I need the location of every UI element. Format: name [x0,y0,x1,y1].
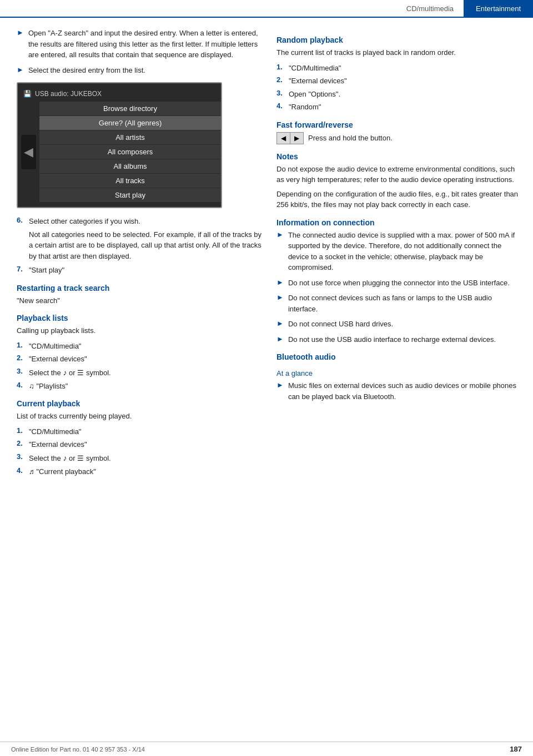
random-playback-heading: Random playback [276,36,521,44]
screen-menu-item-5[interactable]: All tracks [39,174,221,188]
ff-text: Press and hold the button. [308,134,393,142]
info-bullet-arrow-3: ► [276,293,284,301]
pl-step-3-num: 3. [17,367,29,375]
screen-title-text: USB audio: JUKEBOX [35,90,102,98]
screen-menu-item-3[interactable]: All composers [39,145,221,159]
cp-step-3-text: Select the ♪ or ☰ symbol. [29,452,111,464]
playlist-icon: ☰ [77,369,84,377]
rp-step-1: 1. "CD/Multimedia" [276,63,521,74]
header-entertainment-label: Entertainment [464,0,533,17]
bluetooth-heading: Bluetooth audio [276,352,521,361]
pl-step-4: 4. ♫ "Playlists" [17,381,262,392]
rp-step-4-num: 4. [276,102,289,110]
info-bullet-arrow-1: ► [276,230,284,239]
current-playback-icon: ♬ [29,467,34,476]
pl-step-2: 2. "External devices" [17,354,262,365]
screen-menu: Browse directoryGenre? (All genres)All a… [39,101,221,203]
cp-step-1: 1. "CD/Multimedia" [17,426,262,437]
step-7-num: 7. [17,265,29,273]
pl-step-2-text: "External devices" [29,354,87,365]
info-bullet-text-3: Do not connect devices such as fans or l… [288,293,521,314]
info-bullet-text-4: Do not connect USB hard drives. [288,319,393,330]
pl-step-4-num: 4. [17,381,29,389]
info-bullet-5: ► Do not use the USB audio interface to … [276,334,521,345]
step-6-para: Not all categories need to be selected. … [29,229,262,262]
notes-text-1: Do not expose the audio device to extrem… [276,164,521,185]
current-playback-heading: Current playback [17,399,262,408]
info-bullet-text-1: The connected audio device is supplied w… [288,230,521,273]
pl-step-1-text: "CD/Multimedia" [29,341,81,352]
footer-online-text: Online Edition for Part no. 01 40 2 957 … [11,746,145,753]
rp-step-3: 3. Open "Options". [276,89,521,100]
screen-menu-item-0[interactable]: Browse directory [39,102,221,115]
footer-page-number: 187 [510,745,522,753]
cp-step-2: 2. "External devices" [17,439,262,450]
fast-forward-button[interactable]: ▶ [290,133,303,144]
info-bullet-3: ► Do not connect devices such as fans or… [276,293,521,314]
screen-menu-item-6[interactable]: Start play [39,188,221,202]
bullet-arrow-1: ► [17,28,24,37]
screen-menu-item-1[interactable]: Genre? (All genres) [39,116,221,130]
screen-menu-item-4[interactable]: All albums [39,159,221,173]
page-footer: Online Edition for Part no. 01 40 2 957 … [0,742,533,756]
info-connection-heading: Information on connection [276,218,521,227]
bluetooth-text: Music files on external devices such as … [288,380,521,402]
main-content: ► Open "A-Z search" and input the desire… [0,18,533,481]
restarting-heading: Restarting a track search [17,284,262,293]
step-7: 7. "Start play" [17,265,262,276]
screen-menu-item-2[interactable]: All artists [39,130,221,144]
rp-step-2: 2. "External devices" [276,75,521,87]
screen-title-bar: 💾 USB audio: JUKEBOX [18,88,221,101]
bullet-item-1: ► Open "A-Z search" and input the desire… [17,28,262,61]
playlist-step4-icon: ♫ [29,382,34,390]
screen-mockup: 💾 USB audio: JUKEBOX ◀ Browse directoryG… [17,82,222,208]
rp-step-1-num: 1. [276,63,289,71]
pl-step-4-text: ♫ "Playlists" [29,381,68,392]
music-note-icon: ♪ [63,368,67,377]
rp-step-2-text: "External devices" [289,75,347,87]
pl-step-1-num: 1. [17,341,29,349]
usb-icon: 💾 [23,90,32,98]
cp-step-2-num: 2. [17,439,29,447]
bullet-item-2: ► Select the desired entry from the list… [17,65,262,76]
cp-step-4-num: 4. [17,466,29,475]
rp-step-3-num: 3. [276,89,289,97]
ff-buttons[interactable]: ◀ ▶ [276,132,304,144]
info-bullet-arrow-5: ► [276,335,284,343]
left-column: ► Open "A-Z search" and input the desire… [0,28,272,481]
current-playback-steps: 1. "CD/Multimedia" 2. "External devices"… [17,426,262,477]
rp-step-2-num: 2. [276,75,289,84]
ff-section: ◀ ▶ Press and hold the button. [276,132,521,144]
random-playback-steps: 1. "CD/Multimedia" 2. "External devices"… [276,63,521,113]
rp-step-4-text: "Random" [289,102,321,113]
playlist-icon-2: ☰ [77,454,84,462]
rewind-button[interactable]: ◀ [277,133,290,144]
restarting-text: "New search" [17,295,262,306]
pl-step-1: 1. "CD/Multimedia" [17,341,262,352]
ff-heading: Fast forward/reverse [276,120,521,129]
right-column: Random playback The current list of trac… [272,28,533,481]
info-bullet-text-5: Do not use the USB audio interface to re… [288,334,496,345]
info-bullet-4: ► Do not connect USB hard drives. [276,319,521,330]
cp-step-2-text: "External devices" [29,439,87,450]
step-6-text: Select other categories if you wish. [29,216,140,227]
bullet-arrow-2: ► [17,65,24,74]
at-glance-heading: At a glance [276,369,521,377]
bluetooth-arrow: ► [276,381,284,389]
cp-step-3-num: 3. [17,452,29,461]
pl-step-2-num: 2. [17,354,29,362]
screen-nav-left: ◀ [18,101,39,203]
cp-step-4: 4. ♬ "Current playback" [17,466,262,477]
rp-step-3-text: Open "Options". [289,89,340,100]
step-6: 6. Select other categories if you wish. [17,216,262,227]
pl-step-3: 3. Select the ♪ or ☰ symbol. [17,367,262,379]
random-playback-sub: The current list of tracks is played bac… [276,47,521,58]
cp-step-4-text: ♬ "Current playback" [29,466,96,477]
left-nav-arrow[interactable]: ◀ [21,135,36,169]
rp-step-4: 4. "Random" [276,102,521,113]
notes-text-2: Depending on the configuration of the au… [276,189,521,210]
notes-heading: Notes [276,152,521,161]
playback-lists-sub: Calling up playback lists. [17,325,262,336]
bluetooth-bullet: ► Music files on external devices such a… [276,380,521,402]
bullet-text-1: Open "A-Z search" and input the desired … [28,28,262,61]
